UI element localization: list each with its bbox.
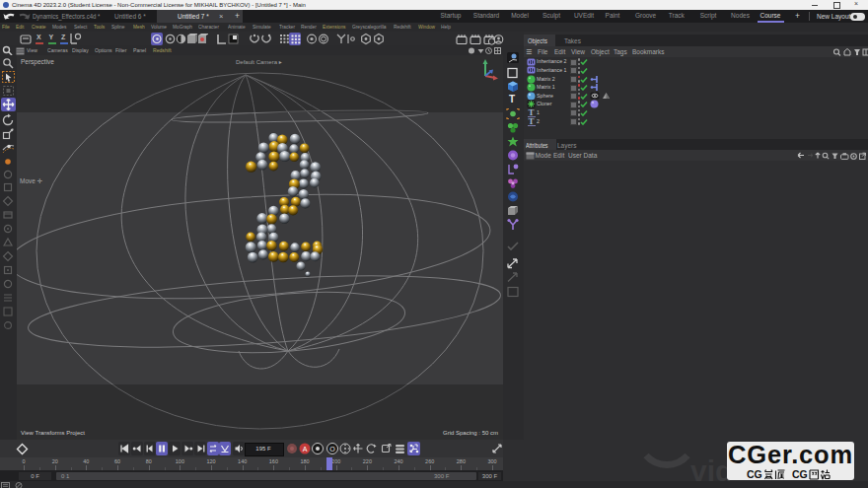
svg-text:vid: vid <box>690 454 730 487</box>
svg-text:CG: CG <box>747 468 762 480</box>
svg-text:O: O <box>329 446 335 453</box>
svg-text:A: A <box>303 446 308 453</box>
svg-text:CG: CG <box>792 468 808 480</box>
